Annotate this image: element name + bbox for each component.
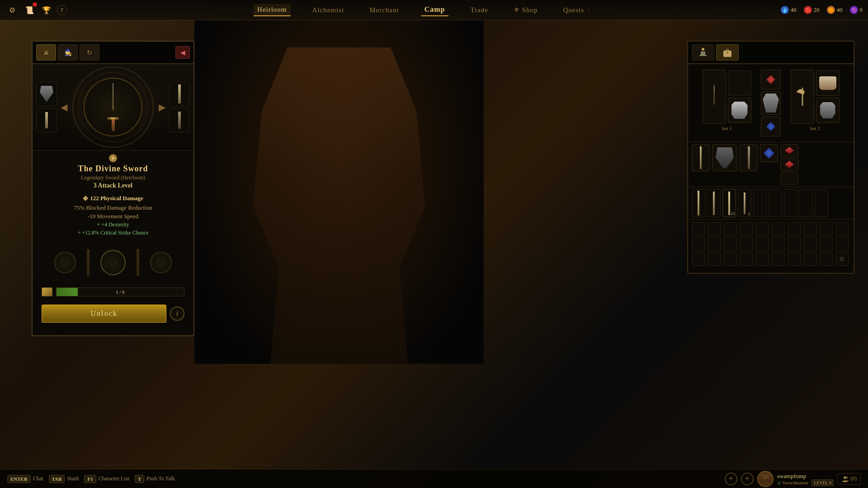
inv-slot-2-5[interactable] <box>771 252 785 266</box>
inv-slot-1-1[interactable] <box>708 237 721 251</box>
lower-slot-c[interactable] <box>780 172 798 185</box>
info-button[interactable]: i <box>170 306 184 321</box>
vert-empty-5[interactable] <box>815 189 828 217</box>
tab-merchant[interactable]: Merchant <box>366 5 402 16</box>
inv-settings-slot[interactable]: ⚙ <box>835 252 849 266</box>
tab-key[interactable]: TAB <box>49 475 65 483</box>
vert-empty-2[interactable] <box>769 189 782 217</box>
vert-empty-1[interactable] <box>753 189 767 217</box>
unlock-button[interactable]: Unlock <box>42 305 166 323</box>
tab-quests[interactable]: Quests ! <box>560 5 594 16</box>
weapon-slot-dagger[interactable] <box>36 108 57 132</box>
set2-head-slot[interactable] <box>816 70 840 96</box>
equipment-sets-section: Set 1 <box>688 64 854 142</box>
set2-chest-slot[interactable] <box>816 98 840 123</box>
svg-rect-6 <box>762 474 769 478</box>
accessory-blue-gem-slot[interactable] <box>761 117 781 136</box>
next-weapon-arrow[interactable]: ▶ <box>159 102 165 113</box>
gem-slot-right[interactable] <box>150 252 172 273</box>
accessory-armor-slot[interactable] <box>761 91 781 115</box>
lower-pants-slot[interactable] <box>712 144 737 171</box>
progress-bar: 1 / 6 <box>56 287 184 296</box>
right-tab-character[interactable] <box>692 44 714 61</box>
prev-weapon-arrow[interactable]: ◀ <box>61 102 67 113</box>
trophy-button[interactable]: 🏆 <box>40 3 53 17</box>
settings-button[interactable]: ⚙ <box>5 3 19 17</box>
notifications-button[interactable]: 📜 <box>23 3 36 17</box>
lower-weapon-slot-2[interactable] <box>740 144 758 171</box>
inv-slot-0-5[interactable] <box>771 222 785 236</box>
small-gem-b <box>785 161 794 168</box>
inv-slot-1-6[interactable] <box>788 237 801 251</box>
inv-slot-2-2[interactable] <box>724 252 737 266</box>
shortcut-enter: ENTER Chat <box>7 475 43 483</box>
inv-slot-2-3[interactable] <box>740 252 753 266</box>
inv-slot-1-8[interactable] <box>819 237 833 251</box>
panel-close-button[interactable]: ◀ <box>175 46 190 59</box>
inv-slot-2-1[interactable] <box>708 252 721 266</box>
vert-sword-slot-4[interactable]: 2 <box>738 189 751 217</box>
tab-camp[interactable]: Camp <box>421 4 449 16</box>
tab-heirloom[interactable]: Heirloom <box>254 4 291 16</box>
add-slot-button-2[interactable]: + <box>741 473 754 485</box>
inv-slot-0-0[interactable] <box>692 222 705 236</box>
inv-slot-0-3[interactable] <box>740 222 753 236</box>
inv-slot-1-7[interactable] <box>803 237 817 251</box>
right-tab-inventory[interactable] <box>716 44 739 61</box>
vert-empty-4[interactable] <box>799 189 813 217</box>
weapon-slot-right-1[interactable] <box>169 82 190 106</box>
tab-shop[interactable]: ⚜ Shop <box>510 4 542 16</box>
inv-slot-0-1[interactable] <box>708 222 721 236</box>
tab-alchemist[interactable]: Alchemist <box>309 5 348 16</box>
inv-slot-2-7[interactable] <box>803 252 817 266</box>
panel-tab-skills[interactable]: ↻ <box>80 44 99 61</box>
inv-slot-1-0[interactable] <box>692 237 705 251</box>
inv-slot-1-4[interactable] <box>755 237 769 251</box>
quests-badge: ! <box>588 8 590 13</box>
panel-tab-character[interactable]: 🧙 <box>58 44 78 61</box>
accessory-gem-slot[interactable] <box>761 70 781 89</box>
t-key[interactable]: T <box>135 475 144 483</box>
set2-weapon-slot[interactable] <box>791 70 814 124</box>
stat-block-reduction: 75% Blocked Damage Reduction <box>42 204 184 211</box>
inv-slot-1-3[interactable] <box>740 237 753 251</box>
lower-slot-b[interactable] <box>780 158 798 171</box>
inv-slot-2-8[interactable] <box>819 252 833 266</box>
inv-slot-2-6[interactable] <box>788 252 801 266</box>
lower-slot-a[interactable] <box>780 144 798 157</box>
vert-sword-slot-1[interactable] <box>692 189 705 217</box>
vert-sword-slot-2[interactable] <box>707 189 721 217</box>
panel-tab-weapon[interactable]: ⚔ <box>36 44 56 61</box>
inv-slot-0-7[interactable] <box>803 222 817 236</box>
vert-empty-3[interactable] <box>784 189 797 217</box>
inv-slot-0-6[interactable] <box>788 222 801 236</box>
lower-gem-slot[interactable] <box>760 144 778 162</box>
class-icon: ⚔ <box>777 480 783 485</box>
weapon-slot-shield[interactable] <box>36 82 57 106</box>
inv-slot-0-4[interactable] <box>755 222 769 236</box>
inv-slot-0-2[interactable] <box>724 222 737 236</box>
inv-slot-1-9[interactable] <box>835 237 849 251</box>
inv-slot-0-8[interactable] <box>819 222 833 236</box>
add-slot-button-1[interactable]: + <box>725 473 737 485</box>
inv-slot-1-5[interactable] <box>771 237 785 251</box>
gem-slot-center[interactable] <box>100 250 126 275</box>
help-button[interactable]: ? <box>57 5 67 15</box>
f1-key[interactable]: F1 <box>84 475 96 483</box>
set1-weapon-slot[interactable] <box>703 70 726 124</box>
top-navigation: ⚙ 📜 🏆 ? Heirloom Alchemist Merchant Camp… <box>0 0 868 20</box>
tab-trade[interactable]: Trade <box>467 5 491 16</box>
enter-key[interactable]: ENTER <box>7 475 31 483</box>
weapon-slot-right-2[interactable] <box>169 108 190 132</box>
inv-slot-2-0[interactable] <box>692 252 705 266</box>
small-sword2-item <box>748 146 750 169</box>
vert-sword-slot-3[interactable]: 15 <box>722 189 736 217</box>
set1-helmet-slot[interactable] <box>728 70 751 96</box>
inv-slot-2-4[interactable] <box>755 252 769 266</box>
inv-slot-1-2[interactable] <box>724 237 737 251</box>
inventory-settings-icon[interactable]: ⚙ <box>839 255 845 263</box>
inv-slot-0-9[interactable] <box>835 222 849 236</box>
set1-chest-slot[interactable] <box>728 98 751 123</box>
lower-weapon-slot-1[interactable] <box>692 144 710 171</box>
gem-slot-left[interactable] <box>54 252 76 273</box>
